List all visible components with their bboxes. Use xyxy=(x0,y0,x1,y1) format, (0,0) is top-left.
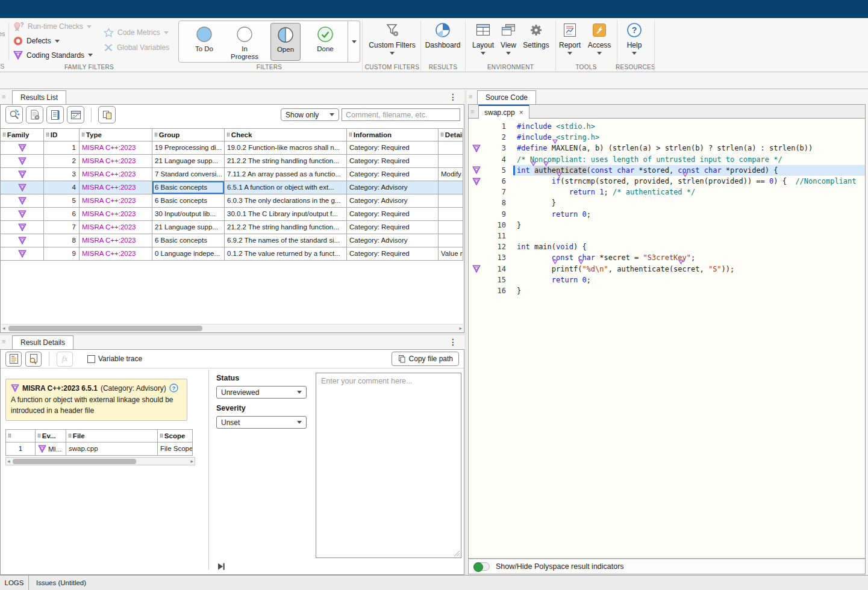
cell-detail[interactable] xyxy=(439,194,463,208)
result-marker-icon[interactable] xyxy=(552,259,558,264)
cell-type[interactable]: MISRA C++:2023 xyxy=(80,247,152,261)
panel-menu-icon[interactable]: ⋮ xyxy=(449,92,457,102)
view-button[interactable]: View xyxy=(496,22,520,55)
cell-type[interactable]: MISRA C++:2023 xyxy=(80,181,152,194)
code-line[interactable]: 16} xyxy=(469,285,865,296)
cell-group[interactable]: 6 Basic concepts xyxy=(152,194,225,208)
cell-information[interactable]: Category: Required xyxy=(347,155,439,168)
chart-view-button[interactable] xyxy=(67,106,84,123)
cell-type[interactable]: MISRA C++:2023 xyxy=(80,221,152,234)
report-button[interactable]: Report xyxy=(555,22,584,55)
duplicate-button[interactable] xyxy=(98,106,116,123)
code-line[interactable]: 14 printf("%d\n", authenticate(secret, "… xyxy=(469,263,865,274)
cell-id[interactable]: 5 xyxy=(44,194,80,208)
cell-group[interactable]: 6 Basic concepts xyxy=(152,234,225,247)
cell-type[interactable]: MISRA C++:2023 xyxy=(80,234,152,247)
cell-event[interactable]: MI... xyxy=(36,442,66,456)
family-filter-defects[interactable]: Defects xyxy=(13,36,60,46)
cell-type[interactable]: MISRA C++:2023 xyxy=(80,155,152,168)
cell-detail[interactable] xyxy=(439,234,463,247)
column-header-id[interactable]: ⠿ID xyxy=(44,128,80,141)
panel-menu-icon[interactable]: ⋮ xyxy=(449,337,457,347)
cell-group[interactable]: 21 Language supp... xyxy=(152,221,225,234)
result-indicator-icon[interactable] xyxy=(472,144,482,152)
code-line[interactable]: 11 xyxy=(469,231,865,241)
cell-scope[interactable]: File Scope xyxy=(158,442,193,456)
scrollbar-thumb[interactable] xyxy=(8,326,202,331)
code-line[interactable]: 5int authenticate(const char *stored, co… xyxy=(469,165,865,176)
table-row[interactable]: 3MISRA C++:20237 Standard conversi...7.1… xyxy=(1,168,463,181)
panel-drag-handle-icon[interactable]: ≡ xyxy=(470,108,474,115)
table-row[interactable]: 8MISRA C++:20236 Basic concepts6.9.2 The… xyxy=(1,234,463,247)
search-input[interactable] xyxy=(342,108,460,121)
horizontal-scrollbar[interactable]: ◂ ▸ xyxy=(1,324,463,332)
tab-result-details[interactable]: Result Details xyxy=(12,335,73,349)
family-filter-coding-standards[interactable]: Coding Standards xyxy=(13,51,93,60)
cell-information[interactable]: Category: Required xyxy=(347,208,439,221)
filter-done[interactable]: Done xyxy=(309,23,342,61)
tab-results-list[interactable]: Results List xyxy=(12,90,66,104)
open-review-button[interactable] xyxy=(25,352,42,367)
result-marker-icon[interactable] xyxy=(557,172,562,177)
family-filter-run-time-checks[interactable]: ?Run-time Checks xyxy=(13,22,92,31)
cell-detail[interactable] xyxy=(439,155,463,168)
result-indicator-icon[interactable] xyxy=(472,166,482,174)
open-report-button[interactable] xyxy=(46,106,64,123)
show-only-dropdown[interactable]: Show only xyxy=(281,108,339,121)
event-table-row[interactable]: 1 MI... swap.cpp File Scope xyxy=(5,442,193,456)
code-line[interactable]: 4/* Noncompliant: uses length of untrust… xyxy=(469,154,865,165)
cell-group[interactable]: 7 Standard conversi... xyxy=(152,168,225,181)
column-header-file[interactable]: ⠿File xyxy=(66,429,158,442)
show-details-button[interactable] xyxy=(5,352,22,367)
cell-type[interactable]: MISRA C++:2023 xyxy=(80,168,152,181)
table-row[interactable]: 5MISRA C++:20236 Basic concepts6.0.3 The… xyxy=(1,194,463,208)
cell-check[interactable]: 19.0.2 Function-like macros shall n... xyxy=(225,141,347,155)
cell-check[interactable]: 6.5.1 A function or object with ext... xyxy=(225,181,347,194)
panel-drag-handle-icon[interactable]: ≡ xyxy=(469,93,472,100)
scrollbar-thumb[interactable] xyxy=(13,459,136,464)
report-config-button[interactable] xyxy=(26,106,43,123)
copy-file-path-button[interactable]: Copy file path xyxy=(392,352,459,366)
family-filter-global-variables[interactable]: Global Variables xyxy=(104,43,169,52)
panel-drag-handle-icon[interactable]: ≡ xyxy=(2,338,5,345)
cell-family[interactable] xyxy=(1,221,44,234)
cell-detail[interactable]: Modify t xyxy=(439,168,463,181)
code-line[interactable]: 10} xyxy=(469,220,865,231)
cell-family[interactable] xyxy=(1,194,44,208)
table-row[interactable]: 1MISRA C++:202319 Preprocessing di...19.… xyxy=(1,141,463,155)
cell-information[interactable]: Category: Required xyxy=(347,221,439,234)
cell-family[interactable] xyxy=(1,155,44,168)
result-marker-icon[interactable] xyxy=(531,161,536,166)
code-line[interactable]: 7 return 1; /* authenticated */ xyxy=(469,187,865,197)
table-row[interactable]: 6MISRA C++:202330 Input/output lib...30.… xyxy=(1,208,463,221)
cell-group[interactable]: 19 Preprocessing di... xyxy=(152,141,225,155)
result-marker-icon[interactable] xyxy=(578,259,584,264)
column-header-information[interactable]: ⠿Information xyxy=(347,128,439,141)
cell-id[interactable]: 3 xyxy=(44,168,80,181)
issues-tab[interactable]: Issues (Untitled) xyxy=(29,576,86,590)
cell-check[interactable]: 21.2.2 The string handling function... xyxy=(225,221,347,234)
result-marker-icon[interactable] xyxy=(552,139,558,144)
cell-id[interactable]: 9 xyxy=(44,247,80,261)
filter-to-do[interactable]: To Do xyxy=(187,23,221,61)
panel-drag-handle-icon[interactable]: ≡ xyxy=(2,93,5,100)
cell-check[interactable]: 21.2.2 The string handling function... xyxy=(225,155,347,168)
column-header-blank[interactable]: ⠿ xyxy=(5,429,36,442)
family-filter-code-metrics[interactable]: Code Metrics xyxy=(104,28,169,37)
column-header-check[interactable]: ⠿Check xyxy=(225,128,347,141)
cell-detail[interactable]: Value ret xyxy=(439,247,463,261)
result-indicator-icon[interactable] xyxy=(472,265,482,273)
cell-information[interactable]: Category: Required xyxy=(347,141,439,155)
cell-check[interactable]: 6.9.2 The names of the standard si... xyxy=(225,234,347,247)
column-header-scope[interactable]: ⠿Scope xyxy=(158,429,193,442)
result-indicator-icon[interactable] xyxy=(472,178,482,185)
cell-id[interactable]: 4 xyxy=(44,181,80,194)
cell-group[interactable]: 0 Language indepe... xyxy=(152,247,225,261)
layout-button[interactable]: Layout xyxy=(469,22,498,55)
column-header-event[interactable]: ⠿Ev... xyxy=(36,429,66,442)
cell-family[interactable] xyxy=(1,168,44,181)
scroll-left-icon[interactable]: ◂ xyxy=(2,325,5,331)
close-icon[interactable]: × xyxy=(519,109,523,116)
variable-trace-checkbox[interactable] xyxy=(87,355,95,363)
filters-dropdown-button[interactable] xyxy=(348,20,360,63)
